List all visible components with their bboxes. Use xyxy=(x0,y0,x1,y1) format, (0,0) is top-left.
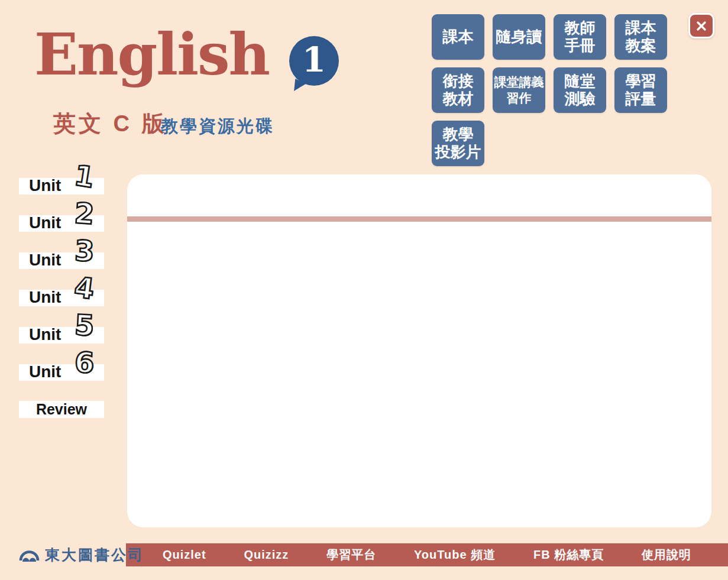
speech-bubble-tail-icon xyxy=(293,78,306,91)
button-label-line2: 投影片 xyxy=(435,144,481,161)
button-label-line2: 評量 xyxy=(626,90,656,108)
button-label-line2: 習作 xyxy=(507,90,532,106)
button-label-line1: 教師 xyxy=(565,20,596,37)
volume-speech-bubble: 1 xyxy=(289,36,339,86)
footer-link-quizlet[interactable]: Quizlet xyxy=(163,548,206,562)
unit-number: 2 xyxy=(73,199,95,228)
unit-number: 6 xyxy=(74,348,95,377)
series-title: 英文 C 版 xyxy=(53,109,167,139)
unit-number: 3 xyxy=(74,236,95,265)
sidebar-item-unit-3[interactable]: Unit 3 xyxy=(19,252,104,269)
unit-label: Unit xyxy=(29,251,61,270)
volume-number: 1 xyxy=(302,40,326,80)
button-label-line1: 課本 xyxy=(626,20,656,37)
button-label-line1: 教學 xyxy=(443,126,474,143)
publisher-logo: 東大圖書公司 xyxy=(18,545,144,565)
unit-number: 1 xyxy=(72,161,96,192)
sidebar-item-review[interactable]: Review xyxy=(19,401,104,418)
unit-number: 4 xyxy=(73,273,96,303)
sidebar-item-unit-6[interactable]: Unit 6 xyxy=(19,364,104,381)
sidebar-item-unit-2[interactable]: Unit 2 xyxy=(19,215,104,232)
teaching-slides-button[interactable]: 教學 投影片 xyxy=(432,121,484,166)
resource-button-grid: 課本 隨身讀 教師 手冊 課本 教案 銜接 教材 課堂講義 習作 隨堂 測驗 學… xyxy=(432,14,667,166)
unit-label: Unit xyxy=(29,213,61,232)
textbook-button[interactable]: 課本 xyxy=(432,14,484,60)
close-icon xyxy=(695,20,708,33)
button-label-line1: 課堂講義 xyxy=(494,74,544,90)
button-label-line1: 銜接 xyxy=(443,73,474,90)
publisher-name: 東大圖書公司 xyxy=(45,545,144,565)
footer-link-bar: Quizlet Quizizz 學習平台 YouTube 頻道 FB 粉絲專頁 … xyxy=(126,543,728,566)
unit-label: Unit xyxy=(29,176,61,195)
bridging-material-button[interactable]: 銜接 教材 xyxy=(432,67,484,113)
unit-number: 5 xyxy=(74,310,95,340)
publisher-arch-icon xyxy=(18,546,40,565)
footer-link-quizizz[interactable]: Quizizz xyxy=(244,548,289,562)
button-label-line1: 學習 xyxy=(626,73,656,90)
sidebar-item-unit-4[interactable]: Unit 4 xyxy=(19,290,104,306)
close-button[interactable] xyxy=(688,13,714,38)
panel-accent-line xyxy=(127,216,711,222)
button-label: 課本 xyxy=(443,28,474,46)
content-panel xyxy=(127,174,711,527)
disc-subtitle: 教學資源光碟 xyxy=(161,115,274,138)
unit-label: Unit xyxy=(29,288,61,307)
learning-assessment-button[interactable]: 學習 評量 xyxy=(614,67,667,113)
teacher-manual-button[interactable]: 教師 手冊 xyxy=(554,14,606,60)
footer-link-youtube-channel[interactable]: YouTube 頻道 xyxy=(414,547,496,563)
unit-label: Unit xyxy=(29,362,61,381)
quiz-button[interactable]: 隨堂 測驗 xyxy=(554,67,606,113)
sidebar-item-unit-5[interactable]: Unit 5 xyxy=(19,327,104,344)
button-label-line1: 隨堂 xyxy=(565,73,596,90)
review-label: Review xyxy=(36,401,87,418)
english-wordmark: English xyxy=(34,20,269,89)
unit-label: Unit xyxy=(29,325,61,344)
button-label-line2: 教案 xyxy=(626,37,656,54)
footer-link-user-guide[interactable]: 使用說明 xyxy=(642,547,691,563)
sidebar-item-unit-1[interactable]: Unit 1 xyxy=(19,178,104,195)
pocket-reader-button[interactable]: 隨身讀 xyxy=(493,14,545,60)
app-window: { "logo": { "wordmark": "English", "volu… xyxy=(0,0,728,580)
button-label: 隨身讀 xyxy=(496,28,542,46)
footer-link-learning-platform[interactable]: 學習平台 xyxy=(326,547,376,563)
button-label-line2: 教材 xyxy=(443,90,474,108)
button-label-line2: 測驗 xyxy=(565,90,596,108)
button-label-line2: 手冊 xyxy=(565,37,596,54)
class-handout-workbook-button[interactable]: 課堂講義 習作 xyxy=(493,67,545,113)
footer-link-fb-fanpage[interactable]: FB 粉絲專頁 xyxy=(533,547,604,563)
textbook-lessonplan-button[interactable]: 課本 教案 xyxy=(614,14,667,60)
